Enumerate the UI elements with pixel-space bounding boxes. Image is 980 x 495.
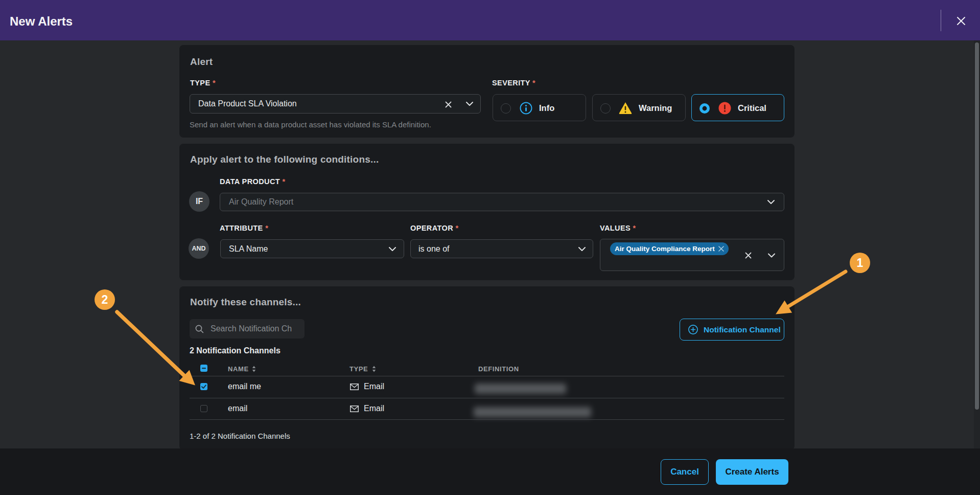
- svg-text:2: 2: [102, 293, 108, 306]
- svg-text:1: 1: [857, 256, 864, 269]
